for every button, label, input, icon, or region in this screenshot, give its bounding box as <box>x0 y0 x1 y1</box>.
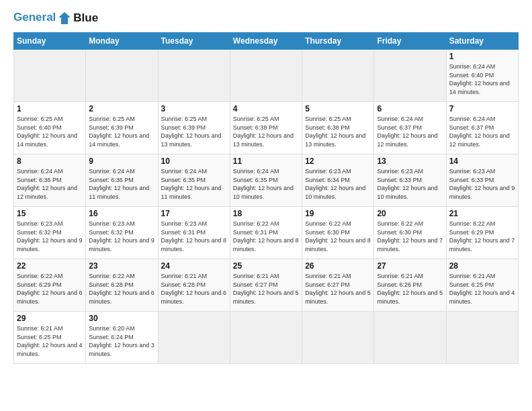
calendar-cell: 14Sunrise: 6:23 AMSunset: 6:33 PMDayligh… <box>446 154 518 207</box>
calendar-cell <box>158 50 230 102</box>
day-number: 23 <box>89 261 154 271</box>
day-info: Sunrise: 6:24 AMSunset: 6:37 PMDaylight:… <box>377 115 443 148</box>
logo-text: General <box>13 11 72 26</box>
day-number: 16 <box>89 209 154 218</box>
day-number: 15 <box>17 209 83 218</box>
logo-icon <box>57 11 72 26</box>
day-number: 11 <box>233 156 299 166</box>
day-info: Sunrise: 6:21 AMSunset: 6:25 PMDaylight:… <box>449 272 515 306</box>
day-number: 29 <box>17 314 83 323</box>
calendar-header-row: SundayMondayTuesdayWednesdayThursdayFrid… <box>14 33 519 50</box>
day-number: 1 <box>17 104 83 113</box>
day-number: 1 <box>449 52 515 61</box>
calendar-cell: 15Sunrise: 6:23 AMSunset: 6:32 PMDayligh… <box>14 207 86 259</box>
day-info: Sunrise: 6:22 AMSunset: 6:28 PMDaylight:… <box>89 272 154 306</box>
day-info: Sunrise: 6:22 AMSunset: 6:29 PMDaylight:… <box>449 220 515 253</box>
day-number: 7 <box>449 104 515 113</box>
day-info: Sunrise: 6:25 AMSunset: 6:38 PMDaylight:… <box>305 115 371 148</box>
day-number: 6 <box>377 104 443 113</box>
col-header-sunday: Sunday <box>14 33 86 50</box>
calendar-cell: 24Sunrise: 6:21 AMSunset: 6:28 PMDayligh… <box>158 259 230 312</box>
calendar-cell <box>158 312 230 364</box>
calendar-cell <box>446 312 518 364</box>
calendar-cell: 1Sunrise: 6:25 AMSunset: 6:40 PMDaylight… <box>14 102 86 154</box>
calendar-cell: 17Sunrise: 6:23 AMSunset: 6:31 PMDayligh… <box>158 207 230 259</box>
calendar-week-row: 1Sunrise: 6:24 AMSunset: 6:40 PMDaylight… <box>14 50 519 102</box>
day-number: 3 <box>161 104 227 113</box>
day-info: Sunrise: 6:23 AMSunset: 6:31 PMDaylight:… <box>161 220 227 253</box>
col-header-wednesday: Wednesday <box>230 33 302 50</box>
calendar-week-row: 15Sunrise: 6:23 AMSunset: 6:32 PMDayligh… <box>14 207 519 259</box>
col-header-saturday: Saturday <box>446 33 518 50</box>
calendar-cell <box>230 50 302 102</box>
day-info: Sunrise: 6:25 AMSunset: 6:39 PMDaylight:… <box>161 115 227 148</box>
day-info: Sunrise: 6:23 AMSunset: 6:33 PMDaylight:… <box>377 167 443 201</box>
logo-blue: Blue <box>73 11 98 25</box>
day-number: 10 <box>161 156 227 166</box>
calendar-cell <box>230 312 302 364</box>
day-number: 14 <box>449 156 515 166</box>
calendar-cell: 27Sunrise: 6:21 AMSunset: 6:26 PMDayligh… <box>374 259 446 312</box>
calendar-cell: 18Sunrise: 6:22 AMSunset: 6:31 PMDayligh… <box>230 207 302 259</box>
calendar-cell: 28Sunrise: 6:21 AMSunset: 6:25 PMDayligh… <box>446 259 518 312</box>
calendar-cell <box>374 312 446 364</box>
day-info: Sunrise: 6:23 AMSunset: 6:33 PMDaylight:… <box>449 167 515 201</box>
col-header-tuesday: Tuesday <box>158 33 230 50</box>
day-number: 12 <box>305 156 371 166</box>
calendar-cell: 13Sunrise: 6:23 AMSunset: 6:33 PMDayligh… <box>374 154 446 207</box>
calendar-cell <box>302 50 374 102</box>
day-info: Sunrise: 6:24 AMSunset: 6:36 PMDaylight:… <box>89 167 154 201</box>
calendar-cell: 25Sunrise: 6:21 AMSunset: 6:27 PMDayligh… <box>230 259 302 312</box>
day-info: Sunrise: 6:24 AMSunset: 6:35 PMDaylight:… <box>161 167 227 201</box>
calendar-cell <box>86 50 158 102</box>
calendar-cell <box>374 50 446 102</box>
day-info: Sunrise: 6:20 AMSunset: 6:24 PMDaylight:… <box>89 324 154 358</box>
day-number: 18 <box>233 209 299 218</box>
calendar-week-row: 8Sunrise: 6:24 AMSunset: 6:36 PMDaylight… <box>14 154 519 207</box>
day-info: Sunrise: 6:23 AMSunset: 6:32 PMDaylight:… <box>89 220 154 253</box>
day-info: Sunrise: 6:21 AMSunset: 6:26 PMDaylight:… <box>377 272 443 306</box>
day-number: 26 <box>305 261 371 271</box>
day-number: 19 <box>305 209 371 218</box>
day-number: 2 <box>89 104 154 113</box>
day-number: 22 <box>17 261 83 271</box>
calendar-week-row: 1Sunrise: 6:25 AMSunset: 6:40 PMDaylight… <box>14 102 519 154</box>
day-number: 8 <box>17 156 83 166</box>
day-info: Sunrise: 6:24 AMSunset: 6:36 PMDaylight:… <box>17 167 83 201</box>
calendar-cell: 12Sunrise: 6:23 AMSunset: 6:34 PMDayligh… <box>302 154 374 207</box>
calendar-cell: 2Sunrise: 6:25 AMSunset: 6:39 PMDaylight… <box>86 102 158 154</box>
calendar-cell: 6Sunrise: 6:24 AMSunset: 6:37 PMDaylight… <box>374 102 446 154</box>
svg-marker-0 <box>58 12 71 24</box>
day-info: Sunrise: 6:22 AMSunset: 6:30 PMDaylight:… <box>305 220 371 253</box>
calendar-cell: 21Sunrise: 6:22 AMSunset: 6:29 PMDayligh… <box>446 207 518 259</box>
day-info: Sunrise: 6:25 AMSunset: 6:38 PMDaylight:… <box>233 115 299 148</box>
calendar-cell: 16Sunrise: 6:23 AMSunset: 6:32 PMDayligh… <box>86 207 158 259</box>
calendar-cell: 20Sunrise: 6:22 AMSunset: 6:30 PMDayligh… <box>374 207 446 259</box>
day-info: Sunrise: 6:21 AMSunset: 6:28 PMDaylight:… <box>161 272 227 306</box>
day-info: Sunrise: 6:23 AMSunset: 6:34 PMDaylight:… <box>305 167 371 201</box>
day-info: Sunrise: 6:24 AMSunset: 6:35 PMDaylight:… <box>233 167 299 201</box>
calendar-cell: 23Sunrise: 6:22 AMSunset: 6:28 PMDayligh… <box>86 259 158 312</box>
day-number: 30 <box>89 314 154 323</box>
calendar-cell: 22Sunrise: 6:22 AMSunset: 6:29 PMDayligh… <box>14 259 86 312</box>
col-header-friday: Friday <box>374 33 446 50</box>
day-number: 20 <box>377 209 443 218</box>
col-header-thursday: Thursday <box>302 33 374 50</box>
day-info: Sunrise: 6:22 AMSunset: 6:30 PMDaylight:… <box>377 220 443 253</box>
day-number: 21 <box>449 209 515 218</box>
page-header: General Blue <box>13 11 519 26</box>
calendar-cell: 30Sunrise: 6:20 AMSunset: 6:24 PMDayligh… <box>86 312 158 364</box>
calendar-cell: 7Sunrise: 6:24 AMSunset: 6:37 PMDaylight… <box>446 102 518 154</box>
col-header-monday: Monday <box>86 33 158 50</box>
calendar-table: SundayMondayTuesdayWednesdayThursdayFrid… <box>13 32 519 364</box>
day-info: Sunrise: 6:24 AMSunset: 6:37 PMDaylight:… <box>449 115 515 148</box>
day-number: 28 <box>449 261 515 271</box>
day-info: Sunrise: 6:22 AMSunset: 6:31 PMDaylight:… <box>233 220 299 253</box>
day-number: 13 <box>377 156 443 166</box>
calendar-cell: 8Sunrise: 6:24 AMSunset: 6:36 PMDaylight… <box>14 154 86 207</box>
calendar-cell: 11Sunrise: 6:24 AMSunset: 6:35 PMDayligh… <box>230 154 302 207</box>
day-info: Sunrise: 6:22 AMSunset: 6:29 PMDaylight:… <box>17 272 83 306</box>
calendar-cell: 29Sunrise: 6:21 AMSunset: 6:25 PMDayligh… <box>14 312 86 364</box>
calendar-cell: 9Sunrise: 6:24 AMSunset: 6:36 PMDaylight… <box>86 154 158 207</box>
calendar-cell: 1Sunrise: 6:24 AMSunset: 6:40 PMDaylight… <box>446 50 518 102</box>
